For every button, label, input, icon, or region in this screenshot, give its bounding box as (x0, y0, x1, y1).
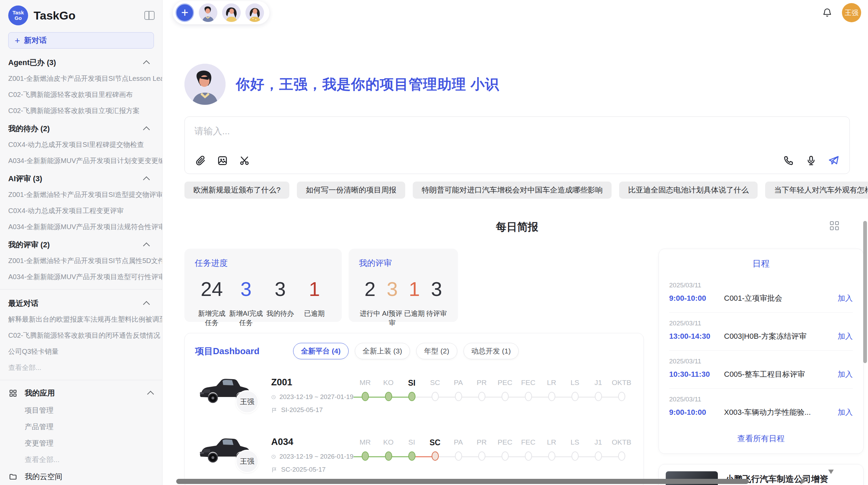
dashboard-tab[interactable]: 全新平台 (4) (293, 343, 349, 359)
milestone-label: MR (360, 438, 371, 448)
milestone-dot[interactable] (525, 392, 532, 401)
user-avatar[interactable]: 王强 (842, 3, 861, 22)
milestone-col: FEC (517, 378, 540, 401)
sidebar-item-cloud-space[interactable]: 我的云空间 (0, 468, 162, 485)
milestone-dot[interactable] (478, 451, 485, 461)
milestone-dot[interactable] (618, 451, 625, 461)
recent-item[interactable]: 公司Q3轻卡销量 (0, 344, 162, 360)
image-icon[interactable] (216, 154, 229, 167)
join-button[interactable]: 加入 (838, 369, 853, 380)
suggestion-chip[interactable]: 特朗普可能对进口汽车增税会对中国车企造成哪些影响 (413, 182, 612, 199)
right-column: 日程 2025/03/11 9:00-10:00 C001-立项审批会 加入 (659, 249, 864, 485)
stat: 24 新增完成任务 (195, 278, 229, 327)
recent-view-all[interactable]: 查看全部... (0, 360, 162, 376)
member-avatar[interactable] (222, 3, 241, 22)
milestone-dot[interactable] (502, 392, 509, 401)
suggestion-chip[interactable]: 欧洲新规最近颁布了什么? (184, 182, 289, 199)
dashboard-tab[interactable]: 全新上装 (3) (355, 343, 410, 359)
project-info: A034 2023-12-19 ~ 2026-01-19 SC-2025-05-… (271, 435, 353, 473)
send-icon[interactable] (828, 154, 840, 167)
milestone-label: J1 (594, 378, 602, 389)
sidebar-item[interactable]: C02-飞腾新能源轻客改款项目里程碑画布 (0, 87, 162, 103)
section-header[interactable]: 我的评审 (2) (0, 235, 162, 253)
sidebar-item-my-apps[interactable]: 我的应用 (0, 384, 162, 402)
suggestion-chip[interactable]: 如何写一份清晰的项目周报 (297, 182, 405, 199)
milestone-dot[interactable] (595, 392, 602, 401)
vertical-scrollbar-thumb[interactable] (863, 221, 867, 363)
view-all-schedule[interactable]: 查看所有日程 (659, 426, 863, 451)
scissors-icon[interactable] (238, 154, 251, 167)
milestone-dot[interactable] (408, 451, 415, 461)
milestone-dot[interactable] (432, 451, 439, 461)
logo-line1: Task (12, 10, 24, 16)
project-row[interactable]: 王强 A034 2023-12-19 ~ 2026-01-19 (195, 435, 633, 478)
attachment-icon[interactable] (194, 154, 207, 167)
layout-grid-icon[interactable] (830, 221, 839, 230)
sidebar-item[interactable]: Z001-全新燃油轻卡产品开发项目SI节点属性5D文件评审 (0, 253, 162, 269)
milestone-cols: MR KO SI (353, 438, 633, 461)
sidebar-item[interactable]: C02-飞腾新能源轻客改款项目立项汇报方案 (0, 103, 162, 119)
folder-icon (8, 472, 18, 482)
section-header[interactable]: 我的待办 (2) (0, 119, 162, 137)
milestone-dot[interactable] (385, 392, 392, 401)
suggestion-chip[interactable]: 比亚迪全固态电池计划具体说了什么 (619, 182, 758, 199)
milestone-dot[interactable] (618, 392, 625, 401)
recent-item[interactable]: 解释最新出台的欧盟报废车法规再生塑料比例被调至15%... (0, 311, 162, 327)
milestone-label: LS (570, 378, 579, 389)
join-button[interactable]: 加入 (838, 407, 853, 418)
daily-header: 每日简报 (184, 220, 850, 234)
suggestion-chip[interactable]: 当下年轻人对汽车外观有怎样的喜好趋势 (765, 182, 868, 199)
milestone-dot[interactable] (362, 392, 369, 401)
recent-header[interactable]: 最近对话 (0, 294, 162, 311)
phone-icon[interactable] (782, 154, 795, 167)
horizontal-scrollbar-thumb[interactable] (176, 479, 749, 484)
milestone-dot[interactable] (525, 451, 532, 461)
milestone-dot[interactable] (455, 392, 462, 401)
section-title: 我的评审 (2) (8, 240, 50, 250)
apps-view-all[interactable]: 查看全部... (0, 451, 162, 468)
sidebar-item[interactable]: A034-全新新能源MUV产品开发项目计划变更变更编号 (0, 153, 162, 169)
sidebar-item[interactable]: Z001-全新燃油皮卡产品开发项目SI节点Lesson Learn报告 (0, 71, 162, 87)
add-member-button[interactable]: + (176, 3, 194, 22)
sidebar-item[interactable]: Z001-全新燃油轻卡产品开发项目SI造型提交物评审 (0, 187, 162, 203)
sidebar-item[interactable]: C0X4-动力总成开发项目SI里程碑提交物检查 (0, 137, 162, 153)
scroll-down-arrow[interactable] (828, 470, 834, 474)
milestone-dot[interactable] (595, 451, 602, 461)
milestone-dot[interactable] (502, 451, 509, 461)
section-header[interactable]: Agent已办 (3) (0, 53, 162, 71)
milestone-dot[interactable] (408, 392, 415, 401)
sidebar-item[interactable]: C0X4-动力总成开发项目工程变更评审 (0, 203, 162, 219)
mic-icon[interactable] (805, 154, 817, 167)
stat: 1 已逾期 (297, 278, 331, 327)
milestone-dot[interactable] (548, 392, 555, 401)
milestone-dot[interactable] (362, 451, 369, 461)
chat-input-box[interactable]: 请输入... (184, 116, 850, 174)
milestone-dot[interactable] (478, 392, 485, 401)
app-item[interactable]: 产品管理 (0, 419, 162, 435)
section-header[interactable]: AI评审 (3) (0, 169, 162, 187)
sidebar-item[interactable]: A034-全新新能源MUV产品开发项目造型可行性评审 (0, 269, 162, 285)
join-button[interactable]: 加入 (838, 331, 853, 341)
app-item[interactable]: 变更管理 (0, 435, 162, 451)
stat-cards: 任务进度 24 新增完成任务 3 新增AI完成任务 (184, 249, 644, 322)
milestone-dot[interactable] (571, 392, 579, 401)
project-row[interactable]: 王强 Z001 2023-12-19 ~ 2027-01-19 (195, 375, 633, 419)
member-avatar[interactable] (245, 3, 264, 22)
recent-item[interactable]: C02-飞腾新能源轻客改款项目的闭环通告反馈情况 (0, 327, 162, 344)
dashboard-tab[interactable]: 动总开发 (1) (463, 343, 519, 359)
sidebar-collapse-icon[interactable] (144, 11, 155, 20)
join-button[interactable]: 加入 (838, 293, 853, 303)
milestone-dot[interactable] (571, 451, 579, 461)
milestone-dot[interactable] (455, 451, 462, 461)
dashboard-tab[interactable]: 年型 (2) (416, 343, 457, 359)
milestone-dot[interactable] (385, 451, 392, 461)
bell-icon[interactable] (822, 8, 832, 18)
sidebar-item[interactable]: A034-全新新能源MUV产品开发项目法规符合性评审 (0, 219, 162, 235)
scroll-right-arrow[interactable] (801, 478, 806, 484)
milestone-dot[interactable] (432, 392, 439, 401)
milestone-col: J1 (587, 378, 610, 401)
member-avatar[interactable] (199, 3, 217, 22)
new-chat-button[interactable]: + 新对话 (8, 32, 154, 49)
milestone-dot[interactable] (548, 451, 555, 461)
app-item[interactable]: 项目管理 (0, 402, 162, 419)
